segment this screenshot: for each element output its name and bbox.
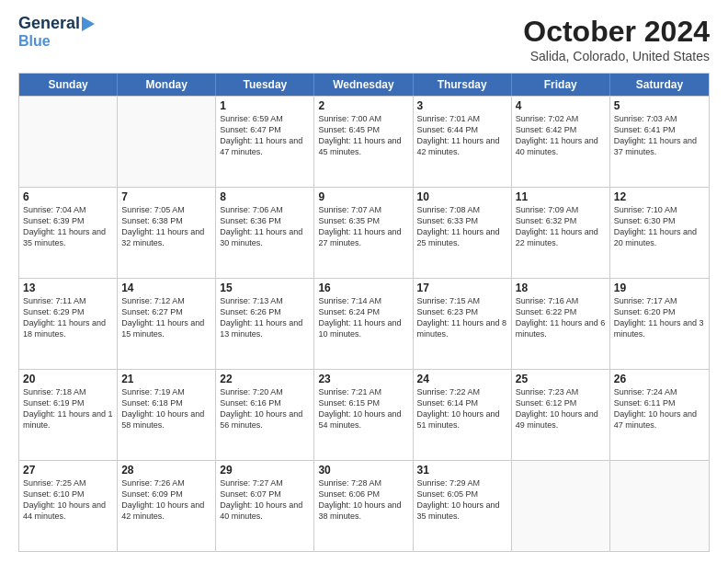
calendar-body: 1Sunrise: 6:59 AM Sunset: 6:47 PM Daylig… — [19, 96, 709, 551]
calendar-row-1: 1Sunrise: 6:59 AM Sunset: 6:47 PM Daylig… — [19, 96, 709, 187]
header-cell-thursday: Thursday — [414, 74, 512, 96]
calendar-cell: 23Sunrise: 7:21 AM Sunset: 6:15 PM Dayli… — [314, 370, 413, 460]
logo: General Blue — [18, 15, 95, 49]
calendar-cell: 20Sunrise: 7:18 AM Sunset: 6:19 PM Dayli… — [19, 370, 118, 460]
cell-date-number: 7 — [121, 190, 211, 203]
cell-date-number: 8 — [220, 190, 310, 203]
calendar-cell: 17Sunrise: 7:15 AM Sunset: 6:23 PM Dayli… — [414, 279, 512, 369]
cell-date-number: 24 — [417, 373, 507, 385]
header-cell-wednesday: Wednesday — [314, 74, 413, 96]
calendar-cell: 16Sunrise: 7:14 AM Sunset: 6:24 PM Dayli… — [314, 279, 413, 369]
calendar-cell: 28Sunrise: 7:26 AM Sunset: 6:09 PM Dayli… — [118, 461, 216, 551]
cell-sun-info: Sunrise: 7:24 AM Sunset: 6:11 PM Dayligh… — [614, 386, 705, 431]
cell-date-number: 17 — [417, 282, 507, 294]
calendar-cell: 15Sunrise: 7:13 AM Sunset: 6:26 PM Dayli… — [216, 279, 314, 369]
cell-sun-info: Sunrise: 7:06 AM Sunset: 6:36 PM Dayligh… — [220, 204, 310, 249]
calendar-row-2: 6Sunrise: 7:04 AM Sunset: 6:39 PM Daylig… — [19, 187, 709, 278]
calendar-cell: 30Sunrise: 7:28 AM Sunset: 6:06 PM Dayli… — [314, 461, 413, 551]
cell-date-number: 19 — [614, 282, 705, 294]
calendar-cell: 19Sunrise: 7:17 AM Sunset: 6:20 PM Dayli… — [610, 279, 709, 369]
page: General Blue October 2024 Salida, Colora… — [0, 0, 728, 563]
header-cell-monday: Monday — [118, 74, 216, 96]
header-cell-sunday: Sunday — [19, 74, 118, 96]
cell-date-number: 12 — [614, 190, 705, 203]
cell-sun-info: Sunrise: 7:13 AM Sunset: 6:26 PM Dayligh… — [220, 295, 310, 340]
calendar-cell: 1Sunrise: 6:59 AM Sunset: 6:47 PM Daylig… — [216, 97, 314, 187]
calendar-header: SundayMondayTuesdayWednesdayThursdayFrid… — [19, 74, 709, 96]
cell-sun-info: Sunrise: 7:25 AM Sunset: 6:10 PM Dayligh… — [23, 477, 113, 523]
calendar-cell: 26Sunrise: 7:24 AM Sunset: 6:11 PM Dayli… — [610, 370, 709, 460]
cell-date-number: 5 — [614, 99, 705, 112]
calendar-cell — [512, 461, 610, 551]
calendar-cell: 21Sunrise: 7:19 AM Sunset: 6:18 PM Dayli… — [118, 370, 216, 460]
cell-sun-info: Sunrise: 7:04 AM Sunset: 6:39 PM Dayligh… — [23, 204, 113, 249]
cell-date-number: 20 — [23, 373, 113, 385]
cell-date-number: 26 — [614, 373, 705, 385]
cell-date-number: 23 — [318, 373, 408, 385]
cell-sun-info: Sunrise: 7:18 AM Sunset: 6:19 PM Dayligh… — [23, 386, 113, 431]
calendar-title: October 2024 — [523, 15, 710, 49]
logo-blue: Blue — [18, 33, 51, 50]
calendar-cell: 11Sunrise: 7:09 AM Sunset: 6:32 PM Dayli… — [512, 188, 610, 278]
cell-date-number: 14 — [121, 282, 211, 294]
calendar-cell: 13Sunrise: 7:11 AM Sunset: 6:29 PM Dayli… — [19, 279, 118, 369]
cell-date-number: 3 — [417, 99, 507, 112]
cell-sun-info: Sunrise: 7:28 AM Sunset: 6:06 PM Dayligh… — [318, 477, 408, 523]
cell-sun-info: Sunrise: 7:21 AM Sunset: 6:15 PM Dayligh… — [318, 386, 408, 431]
logo-arrow-icon — [82, 17, 95, 31]
calendar-subtitle: Salida, Colorado, United States — [523, 49, 710, 63]
calendar-row-3: 13Sunrise: 7:11 AM Sunset: 6:29 PM Dayli… — [19, 278, 709, 369]
cell-sun-info: Sunrise: 7:17 AM Sunset: 6:20 PM Dayligh… — [614, 295, 705, 340]
calendar-cell: 25Sunrise: 7:23 AM Sunset: 6:12 PM Dayli… — [512, 370, 610, 460]
header-cell-friday: Friday — [512, 74, 610, 96]
cell-sun-info: Sunrise: 7:23 AM Sunset: 6:12 PM Dayligh… — [516, 386, 606, 431]
header-cell-tuesday: Tuesday — [216, 74, 314, 96]
calendar-cell: 18Sunrise: 7:16 AM Sunset: 6:22 PM Dayli… — [512, 279, 610, 369]
cell-sun-info: Sunrise: 7:27 AM Sunset: 6:07 PM Dayligh… — [220, 477, 310, 523]
calendar-row-5: 27Sunrise: 7:25 AM Sunset: 6:10 PM Dayli… — [19, 460, 709, 551]
calendar-cell: 6Sunrise: 7:04 AM Sunset: 6:39 PM Daylig… — [19, 188, 118, 278]
cell-sun-info: Sunrise: 7:03 AM Sunset: 6:41 PM Dayligh… — [614, 113, 705, 158]
cell-sun-info: Sunrise: 7:07 AM Sunset: 6:35 PM Dayligh… — [318, 204, 408, 249]
calendar-cell — [118, 97, 216, 187]
header: General Blue October 2024 Salida, Colora… — [18, 15, 710, 63]
calendar-cell: 24Sunrise: 7:22 AM Sunset: 6:14 PM Dayli… — [414, 370, 512, 460]
cell-date-number: 13 — [23, 282, 113, 294]
cell-date-number: 31 — [417, 464, 507, 477]
calendar-cell: 10Sunrise: 7:08 AM Sunset: 6:33 PM Dayli… — [414, 188, 512, 278]
cell-date-number: 11 — [516, 190, 606, 203]
cell-date-number: 30 — [318, 464, 408, 477]
cell-sun-info: Sunrise: 7:20 AM Sunset: 6:16 PM Dayligh… — [220, 386, 310, 431]
logo-text: General — [18, 15, 80, 33]
cell-date-number: 10 — [417, 190, 507, 203]
calendar-cell: 3Sunrise: 7:01 AM Sunset: 6:44 PM Daylig… — [414, 97, 512, 187]
calendar: SundayMondayTuesdayWednesdayThursdayFrid… — [18, 73, 710, 552]
calendar-cell: 9Sunrise: 7:07 AM Sunset: 6:35 PM Daylig… — [314, 188, 413, 278]
cell-sun-info: Sunrise: 7:12 AM Sunset: 6:27 PM Dayligh… — [121, 295, 211, 340]
cell-date-number: 15 — [220, 282, 310, 294]
cell-date-number: 25 — [516, 373, 606, 385]
cell-sun-info: Sunrise: 7:19 AM Sunset: 6:18 PM Dayligh… — [121, 386, 211, 431]
calendar-cell: 7Sunrise: 7:05 AM Sunset: 6:38 PM Daylig… — [118, 188, 216, 278]
title-area: October 2024 Salida, Colorado, United St… — [523, 15, 710, 63]
cell-date-number: 21 — [121, 373, 211, 385]
calendar-cell: 12Sunrise: 7:10 AM Sunset: 6:30 PM Dayli… — [610, 188, 709, 278]
calendar-cell: 14Sunrise: 7:12 AM Sunset: 6:27 PM Dayli… — [118, 279, 216, 369]
cell-sun-info: Sunrise: 7:22 AM Sunset: 6:14 PM Dayligh… — [417, 386, 507, 431]
cell-sun-info: Sunrise: 7:16 AM Sunset: 6:22 PM Dayligh… — [516, 295, 606, 340]
calendar-cell: 22Sunrise: 7:20 AM Sunset: 6:16 PM Dayli… — [216, 370, 314, 460]
calendar-cell: 8Sunrise: 7:06 AM Sunset: 6:36 PM Daylig… — [216, 188, 314, 278]
cell-sun-info: Sunrise: 7:26 AM Sunset: 6:09 PM Dayligh… — [121, 477, 211, 523]
calendar-cell: 29Sunrise: 7:27 AM Sunset: 6:07 PM Dayli… — [216, 461, 314, 551]
cell-date-number: 22 — [220, 373, 310, 385]
cell-date-number: 18 — [516, 282, 606, 294]
cell-date-number: 9 — [318, 190, 408, 203]
calendar-cell: 2Sunrise: 7:00 AM Sunset: 6:45 PM Daylig… — [314, 97, 413, 187]
cell-sun-info: Sunrise: 7:09 AM Sunset: 6:32 PM Dayligh… — [516, 204, 606, 249]
cell-sun-info: Sunrise: 7:10 AM Sunset: 6:30 PM Dayligh… — [614, 204, 705, 249]
cell-date-number: 6 — [23, 190, 113, 203]
cell-sun-info: Sunrise: 7:02 AM Sunset: 6:42 PM Dayligh… — [516, 113, 606, 158]
cell-sun-info: Sunrise: 7:08 AM Sunset: 6:33 PM Dayligh… — [417, 204, 507, 249]
cell-sun-info: Sunrise: 7:15 AM Sunset: 6:23 PM Dayligh… — [417, 295, 507, 340]
calendar-cell: 27Sunrise: 7:25 AM Sunset: 6:10 PM Dayli… — [19, 461, 118, 551]
